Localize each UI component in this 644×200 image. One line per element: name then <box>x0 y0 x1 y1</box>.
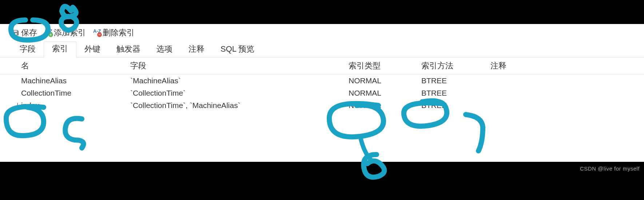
col-comment[interactable]: 注释 <box>489 57 644 74</box>
delete-index-icon: A-Z − <box>93 29 101 36</box>
tabs: 字段 索引 外键 触发器 选项 注释 SQL 预览 <box>0 41 644 57</box>
grid-header: 名 字段 索引类型 索引方法 注释 <box>0 57 644 75</box>
col-name[interactable]: 名 <box>20 57 129 74</box>
save-label: 保存 <box>21 27 37 38</box>
delete-index-button[interactable]: A-Z − 删除索引 <box>91 27 137 39</box>
cell-index-method[interactable]: BTREE <box>420 87 489 99</box>
col-fields[interactable]: 字段 <box>129 57 347 74</box>
table-row[interactable]: CollectionTime `CollectionTime` NORMAL B… <box>0 87 644 99</box>
toolbar: 保存 A-Z + 添加索引 A-Z − 删除索引 <box>0 24 644 41</box>
save-button[interactable]: 保存 <box>10 27 39 39</box>
col-index-type[interactable]: 索引类型 <box>347 57 420 74</box>
add-index-label: 添加索引 <box>54 27 86 38</box>
tab-index[interactable]: 索引 <box>44 41 76 57</box>
table-row[interactable]: I index `CollectionTime`, `MachineAlias`… <box>0 99 644 112</box>
cell-index-type[interactable]: NORMAL <box>347 99 420 112</box>
index-grid: 名 字段 索引类型 索引方法 注释 MachineAlias `MachineA… <box>0 57 644 112</box>
cell-index-method[interactable]: BTREE <box>420 99 489 112</box>
cell-comment[interactable] <box>489 99 644 112</box>
cell-name-value: index <box>21 101 39 109</box>
cell-name[interactable]: MachineAlias <box>20 75 129 87</box>
watermark: CSDN @live for myself <box>580 165 640 172</box>
table-row[interactable]: MachineAlias `MachineAlias` NORMAL BTREE <box>0 75 644 87</box>
tab-options[interactable]: 选项 <box>148 41 180 57</box>
col-index-method[interactable]: 索引方法 <box>420 57 489 74</box>
tab-fields[interactable]: 字段 <box>12 41 44 57</box>
cell-name[interactable]: I index <box>20 99 129 112</box>
cell-comment[interactable] <box>489 87 644 99</box>
delete-index-label: 删除索引 <box>103 27 135 38</box>
cell-name[interactable]: CollectionTime <box>20 87 129 99</box>
cell-index-type[interactable]: NORMAL <box>347 75 420 87</box>
cell-index-type[interactable]: NORMAL <box>347 87 420 99</box>
tab-comment[interactable]: 注释 <box>180 41 212 57</box>
add-index-icon: A-Z + <box>44 29 52 36</box>
cell-comment[interactable] <box>489 75 644 87</box>
tab-trigger[interactable]: 触发器 <box>108 41 148 57</box>
tab-sql-preview[interactable]: SQL 预览 <box>212 41 262 57</box>
cell-fields[interactable]: `MachineAlias` <box>129 75 347 87</box>
add-index-button[interactable]: A-Z + 添加索引 <box>42 27 88 39</box>
cell-fields[interactable]: `CollectionTime` <box>129 87 347 99</box>
cell-fields[interactable]: `CollectionTime`, `MachineAlias` <box>129 99 347 112</box>
save-icon <box>12 29 20 36</box>
tab-foreign-key[interactable]: 外键 <box>76 41 108 57</box>
text-cursor-icon: I <box>17 102 18 109</box>
cell-index-method[interactable]: BTREE <box>420 75 489 87</box>
